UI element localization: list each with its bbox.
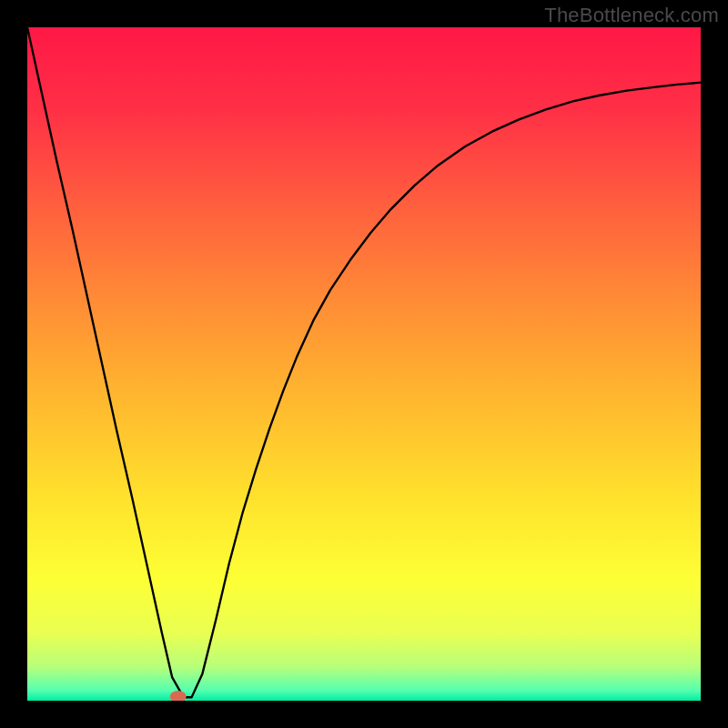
chart-svg [27,27,701,701]
chart-frame: TheBottleneck.com [0,0,728,728]
plot-area [27,27,701,701]
watermark-text: TheBottleneck.com [544,4,719,27]
gradient-background [27,27,701,701]
